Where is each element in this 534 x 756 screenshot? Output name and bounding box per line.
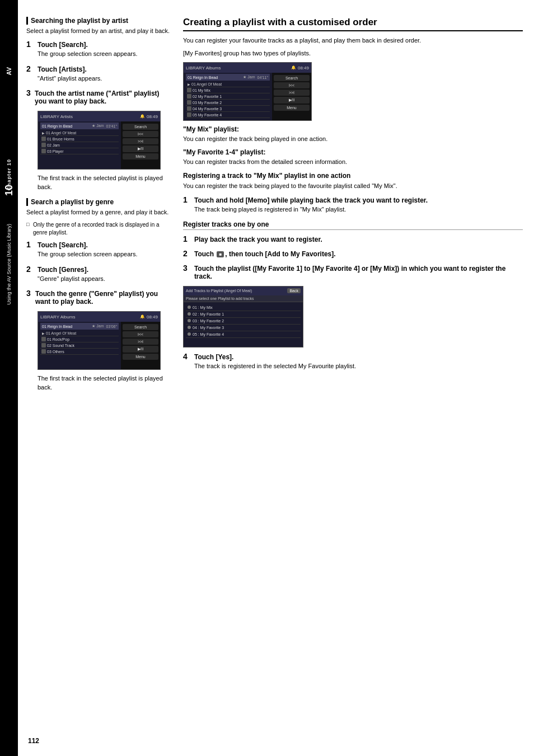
playlist-dot-0	[188, 306, 191, 309]
s2track3-icon	[41, 349, 46, 354]
right-btn-menu[interactable]: Menu	[274, 105, 310, 111]
step-detail-g2: "Genre" playlist appears.	[26, 275, 172, 283]
playlist-item-2[interactable]: 03 : My Favorite 2	[186, 318, 301, 325]
screen1-top-left: LIBRARY Artists	[40, 114, 73, 119]
screen1-btn-next[interactable]: >>I	[123, 138, 158, 144]
playlist-subtitle: Please select one Playlist to add tracks	[184, 295, 303, 302]
playlist-screen-header: Add Tracks to Playlist (Angel Of Meat) B…	[184, 287, 303, 295]
playlist-screen: Add Tracks to Playlist (Angel Of Meat) B…	[183, 286, 303, 348]
rs-label-2: Touch ■, then touch [Add to My Favorites…	[194, 250, 336, 258]
step-detail-a2: "Artist" playlist appears.	[26, 74, 172, 83]
screen2-sub: 01 Angel Of Meat	[46, 331, 76, 335]
mymix-text: You can register the track being played …	[183, 135, 523, 143]
playlist-items-container: 01 : My Mix 02 : My Favorite 1 03 : My F…	[184, 302, 303, 340]
left-column: Searching the playlist by artist Select …	[26, 11, 172, 745]
artist-header: Searching the playlist by artist	[26, 17, 172, 25]
genre-step-3: 3 Touch the genre ("Genre" playlist) you…	[26, 289, 172, 306]
rs-num-3: 3	[183, 264, 192, 273]
playlist-back-btn[interactable]: Back	[287, 288, 301, 293]
playlist-dot-2	[188, 319, 191, 322]
screen1-track0-time: 03'41"	[106, 124, 117, 128]
screen1-track-list: 01 Reign In Bead ★ Jam 03'41" ▶ 01 Angel…	[38, 121, 121, 169]
step-num-g3: 3	[26, 289, 33, 298]
right-btn-next[interactable]: >>I	[274, 90, 310, 96]
rt1-icon	[187, 88, 191, 92]
rs-label-1: Play back the track you want to register…	[194, 236, 322, 243]
step-label-a3: Touch the artist name ("Artist" playlist…	[35, 90, 172, 105]
screen2-track0-time: 03'06"	[106, 325, 117, 328]
track2-icon	[41, 143, 46, 147]
playlist-title: Add Tracks to Playlist (Angel Of Meat)	[186, 289, 252, 293]
genre-section: Search a playlist by genre Select a play…	[26, 198, 172, 392]
step-4: 4 Touch [Yes]. The track is registered i…	[183, 352, 523, 370]
right-btn-prev[interactable]: I<<	[274, 82, 310, 88]
screen2-bottom-bar: □ SRC AV Settings ⊙ Hide	[38, 369, 160, 370]
step-detail-g1: The group selection screen appears.	[26, 250, 172, 259]
playlist-item-3[interactable]: 04 : My Favorite 3	[186, 325, 301, 331]
artist-after-text: The first track in the selected playlist…	[26, 174, 172, 191]
step-label-a2: Touch [Artists].	[38, 65, 87, 73]
playlist-dot-4	[188, 332, 191, 336]
sidebar: AV Chapter 10 10 Using the AV Source (Mu…	[0, 0, 18, 756]
screen2-track0: 01 Reign In Bead	[42, 325, 92, 328]
artist-screen-mockup: LIBRARY Artists 🔔 08:49 01 Reign In Bead…	[38, 111, 161, 170]
register-step-1: 1 Play back the track you want to regist…	[183, 234, 523, 243]
playlist-dot-1	[188, 312, 191, 316]
right-screen-selected: 01 Reign In Bead ★ Jam 04'11"	[186, 74, 270, 81]
screen1-body: 01 Reign In Bead ★ Jam 03'41" ▶ 01 Angel…	[38, 121, 160, 169]
genre-subtext: Select a playlist formed by a genre, and…	[26, 208, 172, 217]
myfav-text: You can register tracks from the detaile…	[183, 158, 523, 166]
rt3-icon	[187, 100, 191, 105]
genre-header: Search a playlist by genre	[26, 198, 172, 206]
s2track2-icon	[41, 343, 46, 348]
screen1-btn-play[interactable]: ▶/II	[123, 145, 158, 152]
step-num-a3: 3	[26, 88, 32, 97]
sidebar-av-label: AV	[6, 67, 12, 75]
right-screen-body: 01 Reign In Bead ★ Jam 04'11" ▶ 01 Angel…	[184, 73, 311, 120]
playlist-item-4[interactable]: 05 : My Favorite 4	[186, 331, 301, 338]
screen1-selected-track: 01 Reign In Bead ★ Jam 03'41"	[40, 123, 119, 129]
step4-num: 4	[183, 352, 192, 361]
right-screen-mockup: LIBRARY Albums 🔔 08:49 01 Reign In Bead …	[183, 62, 312, 121]
page-title: Creating a playlist with a customised or…	[183, 17, 523, 31]
playlist-item-1[interactable]: 02 : My Favorite 1	[186, 311, 301, 318]
screen2-track0-info: ★ Jam	[92, 324, 104, 328]
intro-text-1: You can register your favourite tracks a…	[183, 36, 523, 45]
right-btn-search[interactable]: Search	[274, 75, 310, 81]
register-step-3: 3 Touch the playlist ([My Favorite 1] to…	[183, 264, 523, 280]
playlist-item-0[interactable]: 01 : My Mix	[186, 304, 301, 311]
screen1-btn-prev[interactable]: I<<	[123, 131, 158, 137]
rt4-icon	[187, 106, 191, 111]
screen2-track-list: 01 Reign In Bead ★ Jam 03'06" ▶ 01 Angel…	[38, 322, 121, 369]
screen1-track3: 03 Player	[40, 148, 119, 154]
screen2-track2: 02 Sound Track	[40, 342, 119, 349]
screen2-btn-play[interactable]: ▶/II	[123, 346, 158, 353]
myfav-title: "My Favorite 1-4" playlist:	[183, 148, 523, 156]
screen1-btn-menu[interactable]: Menu	[123, 153, 158, 159]
track3-icon	[41, 149, 46, 153]
screen1-sub-track: ▶ 01 Angel Of Meat	[40, 130, 119, 136]
right-screen-top-right: 08:49	[298, 65, 309, 71]
right-btn-play[interactable]: ▶/II	[274, 97, 310, 104]
screen2-btn-next[interactable]: >>I	[123, 339, 158, 345]
screen2-btn-menu[interactable]: Menu	[123, 354, 158, 360]
genre-note: Only the genre of a recorded track is di…	[26, 221, 172, 237]
step-label-g1: Touch [Search].	[38, 241, 88, 249]
reg-step-label-1: Touch and hold [Memo] while playing back…	[194, 196, 428, 204]
screen1-top-right: 08:49	[147, 114, 158, 119]
reg-mymix-text: You can register the track being played …	[183, 182, 523, 190]
screen2-btn-prev[interactable]: I<<	[123, 331, 158, 337]
genre-step-2: 2 Touch [Genres]. "Genre" playlist appea…	[26, 265, 172, 283]
step-num-g2: 2	[26, 265, 35, 274]
artist-step-2: 2 Touch [Artists]. "Artist" playlist app…	[26, 64, 172, 83]
right-column: Creating a playlist with a customised or…	[183, 11, 523, 745]
s2track1-icon	[41, 337, 46, 341]
right-track2: 02 My Favorite 1	[186, 93, 270, 100]
screen2-sub-track: ▶ 01 Angel Of Meat	[40, 331, 119, 336]
screen2-btn-search[interactable]: Search	[123, 324, 158, 330]
reg-step-detail-1: The track being played is registered in …	[183, 205, 523, 214]
rt5-icon	[187, 112, 191, 117]
step4-label: Touch [Yes].	[194, 353, 233, 361]
screen1-btn-search[interactable]: Search	[123, 124, 158, 130]
reg-step-1: 1 Touch and hold [Memo] while playing ba…	[183, 195, 523, 214]
